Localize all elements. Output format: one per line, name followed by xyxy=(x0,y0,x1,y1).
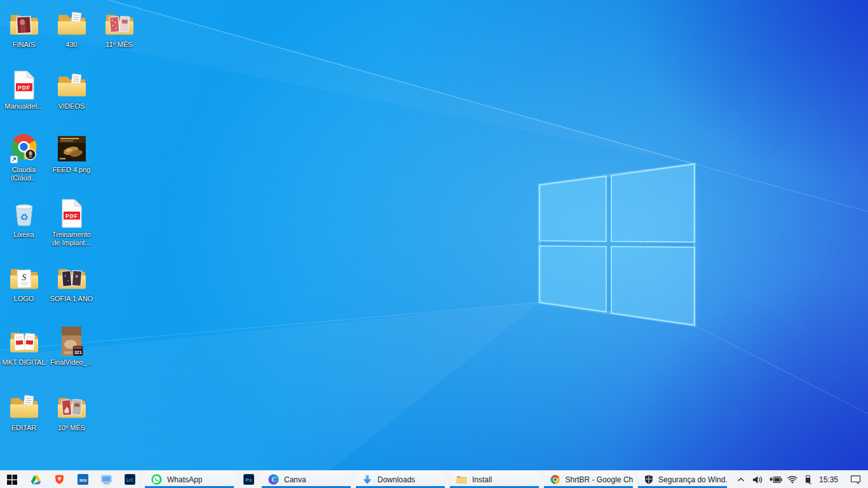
hidden-icons-chevron[interactable] xyxy=(733,471,749,488)
folder-photos-icon xyxy=(48,391,95,422)
taskbar-app-label: Downloads xyxy=(377,475,415,484)
download-arrow-icon xyxy=(362,474,372,485)
battery-charging-icon xyxy=(769,476,782,484)
chevron-up-icon xyxy=(737,477,745,482)
taskbar-app-label: Install xyxy=(472,475,492,484)
desktop-icon-430[interactable]: 430 xyxy=(48,8,95,49)
usb-device-icon xyxy=(804,475,812,485)
folder-document-icon: S xyxy=(0,262,48,293)
svg-text:C: C xyxy=(271,477,276,483)
svg-text:321: 321 xyxy=(74,350,81,355)
desktop-icon-claudia-chrome[interactable]: Claudia(Cláud... xyxy=(0,133,48,182)
taskbar-app-windows-security[interactable]: Segurança do Wind... xyxy=(638,471,727,488)
taskbar-app-label: Canva xyxy=(284,475,306,484)
battery-tray-icon[interactable] xyxy=(766,471,784,488)
folder-icon xyxy=(48,70,95,100)
taskbar-pin-this-pc[interactable] xyxy=(95,471,118,488)
security-shield-icon xyxy=(644,474,653,485)
icon-label: 10º MÊS xyxy=(48,424,95,432)
taskbar-app-whatsapp[interactable]: WhatsApp xyxy=(145,471,234,488)
desktop-icon-finalvideo[interactable]: 321 FinalVideo_... xyxy=(48,326,95,367)
chrome-icon xyxy=(550,474,560,485)
canva-icon: C xyxy=(268,474,279,485)
folder-pdfs-icon xyxy=(0,326,48,356)
taskbar-pin-lightroom-classic[interactable]: LrC xyxy=(118,471,142,488)
taskbar-app-canva[interactable]: C Canva xyxy=(262,471,351,488)
whatsapp-icon xyxy=(151,474,162,485)
taskbar-app-label: Segurança do Wind... xyxy=(658,475,727,484)
folder-photo-icon xyxy=(0,8,48,39)
desktop-icon-recycle-bin[interactable]: ♻ Lixeira xyxy=(0,198,48,239)
taskbar-pin-photoshop[interactable]: Ps xyxy=(236,471,261,488)
start-button[interactable] xyxy=(0,471,24,488)
svg-text:SIGI: SIGI xyxy=(79,478,86,482)
windows-desktop-screen: FINAIS 430 xyxy=(0,0,868,488)
folder-icon xyxy=(0,391,48,422)
chrome-shortcut-icon xyxy=(0,133,48,164)
taskbar-pin-google-drive[interactable] xyxy=(24,471,48,488)
google-drive-icon xyxy=(31,475,41,485)
taskbar-pin-sigi[interactable]: SIGI xyxy=(71,471,95,488)
desktop-icon-manual-pdf[interactable]: ManualdeI... xyxy=(0,70,48,111)
desktop-icon-videos[interactable]: VIDEOS xyxy=(48,70,95,111)
icon-label: 430 xyxy=(48,41,95,49)
lightroom-classic-icon: LrC xyxy=(125,474,135,485)
action-center-icon xyxy=(850,475,861,484)
wifi-icon xyxy=(787,475,797,484)
wifi-tray-icon[interactable] xyxy=(784,471,801,488)
icon-label: FinalVideo_... xyxy=(48,358,95,367)
icon-label: Lixeira xyxy=(0,231,48,239)
volume-tray-icon[interactable] xyxy=(749,471,766,488)
usb-eject-tray-icon[interactable] xyxy=(801,471,815,488)
desktop-icon-treinamento-pdf[interactable]: Treinamentode Implant... xyxy=(48,198,95,247)
folder-icon xyxy=(48,8,95,39)
windows-start-icon xyxy=(7,475,17,485)
system-tray: 15:35 xyxy=(733,471,868,488)
speaker-icon xyxy=(752,475,763,484)
folder-icon xyxy=(456,475,467,484)
taskbar-app-install-folder[interactable]: Install xyxy=(450,471,539,488)
taskbar-app-chrome[interactable]: ShrtBR - Google Ch... xyxy=(544,471,633,488)
action-center-button[interactable] xyxy=(843,471,868,488)
photoshop-icon: Ps xyxy=(243,474,254,485)
desktop-icon-sofia-1-ano[interactable]: SOFIA 1 ANO xyxy=(48,262,95,303)
desktop-icon-finais[interactable]: FINAIS xyxy=(0,8,48,49)
desktop-icon-editar[interactable]: EDITAR xyxy=(0,391,48,432)
desktop-icon-10-mes[interactable]: 10º MÊS xyxy=(48,391,95,432)
windows-logo xyxy=(0,0,868,470)
clock-time: 15:35 xyxy=(819,475,838,484)
pdf-icon xyxy=(48,198,95,229)
icon-label: ManualdeI... xyxy=(0,102,48,111)
desktop-icon-11-mes[interactable]: 11º MÊS xyxy=(95,8,143,49)
icon-label: Claudia(Cláud... xyxy=(0,166,48,182)
svg-text:LrC: LrC xyxy=(126,478,134,482)
svg-text:S: S xyxy=(22,273,27,282)
desktop-icon-feed4-png[interactable]: FEED 4.png xyxy=(48,133,95,174)
desktop-icon-mkt-digital[interactable]: MKT DIGITAL xyxy=(0,326,48,367)
taskbar-clock[interactable]: 15:35 xyxy=(815,471,843,488)
taskbar-app-downloads[interactable]: Downloads xyxy=(356,471,445,488)
icon-label: Treinamentode Implant... xyxy=(48,231,95,247)
icon-label: LOGO xyxy=(0,295,48,303)
brave-icon xyxy=(55,474,64,485)
icon-label: FEED 4.png xyxy=(48,166,95,174)
image-thumbnail xyxy=(48,133,95,164)
icon-label: FINAIS xyxy=(0,41,48,49)
sigi-icon: SIGI xyxy=(78,474,88,485)
pdf-icon xyxy=(0,70,48,100)
icon-label: EDITAR xyxy=(0,424,48,432)
desktop-icon-logo[interactable]: S LOGO xyxy=(0,262,48,303)
icon-label: MKT DIGITAL xyxy=(0,358,48,367)
taskbar: SIGI LrC WhatsApp xyxy=(0,470,868,488)
computer-monitor-icon xyxy=(101,475,112,485)
icon-label: SOFIA 1 ANO xyxy=(48,295,95,303)
desktop-wallpaper[interactable] xyxy=(0,0,868,470)
svg-text:Ps: Ps xyxy=(245,477,252,483)
folder-photos-icon xyxy=(48,262,95,293)
icon-label: 11º MÊS xyxy=(95,41,143,49)
icon-label: VIDEOS xyxy=(48,102,95,111)
taskbar-app-label: WhatsApp xyxy=(167,475,202,484)
folder-photos-icon xyxy=(95,8,143,39)
taskbar-pin-brave[interactable] xyxy=(48,471,71,488)
video-thumbnail: 321 xyxy=(48,326,95,356)
